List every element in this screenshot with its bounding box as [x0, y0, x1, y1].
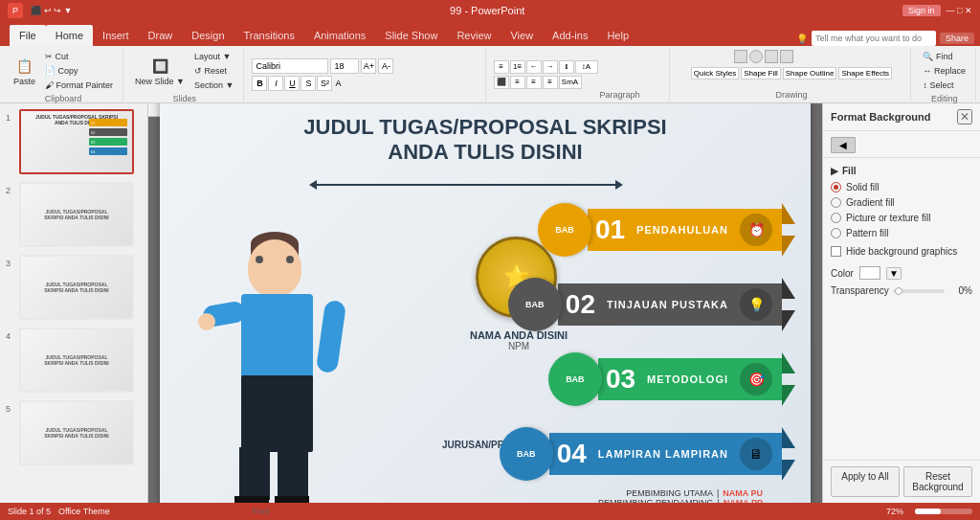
fill-section-title: ▶ Fill: [831, 166, 972, 176]
para-controls: ≡ 1≡ ← → ⫾ ↕A ⬛ ≡ ≡ ≡ SmA: [494, 60, 598, 89]
title-bar-right: Sign in — □ ✕: [902, 5, 972, 16]
panel-back-button[interactable]: ◀: [831, 137, 856, 153]
main-area: 1 JUDUL TUGAS/PROPOSAL SKRIPSIANDA TULIS…: [0, 103, 980, 503]
color-dropdown-button[interactable]: ▼: [886, 267, 902, 280]
zoom-slider[interactable]: [915, 509, 972, 514]
indent-dec-button[interactable]: ←: [526, 60, 542, 74]
text-direction-button[interactable]: ↕A: [575, 60, 598, 74]
shape-3[interactable]: [765, 50, 778, 63]
slide-canvas[interactable]: JUDUL TUGAS/PROPOSAL SKRIPSI ANDA TULIS …: [160, 103, 811, 503]
person-figure: [198, 232, 351, 504]
select-button[interactable]: ↕ Select: [919, 79, 969, 92]
arrange-button[interactable]: [780, 50, 793, 63]
picture-fill-radio[interactable]: [831, 213, 841, 223]
tab-home[interactable]: Home: [46, 25, 93, 46]
bullet-button[interactable]: ≡: [494, 60, 509, 74]
tab-animations[interactable]: Animations: [304, 25, 375, 46]
font-controls: A+ A- B I U S S² A: [252, 58, 479, 91]
share-button[interactable]: Share: [940, 33, 974, 44]
apply-to-all-button[interactable]: Apply to All: [831, 466, 900, 497]
solid-fill-radio[interactable]: [831, 182, 841, 192]
arrow-left: [309, 180, 317, 190]
slide-thumb-3[interactable]: 3 JUDUL TUGAS/PROPOSALSKRIPSI ANDA TULIS…: [4, 253, 144, 322]
shape-1[interactable]: [734, 50, 747, 63]
indent-inc-button[interactable]: →: [543, 60, 558, 74]
reset-background-button[interactable]: Reset Background: [903, 466, 972, 497]
pattern-fill-option[interactable]: Pattern fill: [831, 228, 972, 238]
justify-button[interactable]: ≡: [543, 76, 558, 89]
ribbon-group-font: A+ A- B I U S S² A Font: [246, 48, 485, 102]
tab-help[interactable]: Help: [597, 25, 638, 46]
slides-buttons: 🔲 New Slide ▼ Layout ▼ ↺ Reset Section ▼: [131, 50, 237, 92]
tab-file[interactable]: File: [10, 25, 46, 46]
shape-2[interactable]: [749, 50, 763, 63]
font-family-input[interactable]: [252, 58, 328, 74]
solid-fill-option[interactable]: Solid fill: [831, 182, 972, 192]
italic-button[interactable]: I: [268, 76, 283, 91]
tab-addins[interactable]: Add-ins: [543, 25, 597, 46]
reset-button[interactable]: ↺ Reset: [190, 64, 237, 78]
tab-view[interactable]: View: [501, 25, 543, 46]
copy-button[interactable]: 📄 Copy: [41, 64, 117, 78]
editing-label: Editing: [931, 94, 958, 103]
panel-close-button[interactable]: ✕: [957, 109, 972, 124]
tab-review[interactable]: Review: [447, 25, 501, 46]
gradient-fill-option[interactable]: Gradient fill: [831, 197, 972, 208]
tab-design[interactable]: Design: [182, 25, 234, 46]
quick-styles-button[interactable]: Quick Styles: [691, 67, 739, 79]
slide-thumb-5[interactable]: 5 JUDUL TUGAS/PROPOSALSKRIPSI ANDA TULIS…: [4, 398, 144, 467]
pembimbing-role-2: PEMBIMBING PENDAMPING: [598, 498, 714, 504]
gradient-fill-radio[interactable]: [831, 197, 841, 208]
sign-in-button[interactable]: Sign in: [902, 5, 941, 16]
panel-content: ▶ Fill Solid fill Gradient fill: [823, 158, 980, 460]
tab-draw[interactable]: Draw: [139, 25, 183, 46]
thumb-babs-1: 01 02 03 04: [89, 119, 127, 155]
transparency-slider[interactable]: [893, 289, 945, 293]
shape-outline-button[interactable]: Shape Outline: [783, 67, 837, 79]
shape-fill-button[interactable]: Shape Fill: [741, 67, 781, 79]
find-button[interactable]: 🔍 Find: [919, 50, 969, 63]
tab-insert[interactable]: Insert: [93, 25, 139, 46]
underline-button[interactable]: U: [284, 76, 300, 91]
shadow-button[interactable]: S²: [317, 76, 332, 91]
transparency-value: 0%: [948, 285, 972, 296]
pattern-fill-label: Pattern fill: [846, 228, 888, 238]
align-right-button[interactable]: ≡: [526, 76, 542, 89]
align-left-button[interactable]: ⬛: [494, 76, 509, 89]
tab-slideshow[interactable]: Slide Show: [375, 25, 447, 46]
columns-button[interactable]: ⫾: [559, 60, 574, 74]
picture-fill-option[interactable]: Picture or texture fill: [831, 213, 972, 223]
arrow-right: [615, 180, 623, 190]
font-grow-button[interactable]: A+: [361, 58, 376, 74]
align-center-button[interactable]: ≡: [510, 76, 525, 89]
replace-button[interactable]: ↔ Replace: [919, 64, 969, 78]
strikethrough-button[interactable]: S: [301, 76, 316, 91]
slide-thumb-1[interactable]: 1 JUDUL TUGAS/PROPOSAL SKRIPSIANDA TULIS…: [4, 107, 144, 176]
format-painter-button[interactable]: 🖌 Format Painter: [41, 79, 117, 92]
title-bar: P ⬛ ↩ ↪ ▼ 99 - PowerPoint Sign in — □ ✕: [0, 0, 980, 21]
gradient-fill-label: Gradient fill: [846, 197, 895, 208]
pattern-fill-radio[interactable]: [831, 228, 841, 238]
clipboard-label: Clipboard: [45, 94, 82, 103]
slide-thumb-2[interactable]: 2 JUDUL TUGAS/PROPOSALSKRIPSI ANDA TULIS…: [4, 180, 144, 249]
section-button[interactable]: Section ▼: [190, 79, 237, 92]
layout-button[interactable]: Layout ▼: [190, 50, 237, 63]
fill-section: ▶ Fill Solid fill Gradient fill: [831, 166, 972, 257]
bab-label-2: TINJAUAN PUSTAKA: [607, 299, 728, 310]
shape-effects-button[interactable]: Shape Effects: [838, 67, 892, 79]
paste-button[interactable]: 📋 Paste: [10, 54, 39, 88]
new-slide-button[interactable]: 🔲 New Slide ▼: [131, 54, 189, 88]
hide-bg-checkbox[interactable]: [831, 246, 841, 257]
font-size-input[interactable]: [330, 58, 359, 74]
numbering-button[interactable]: 1≡: [510, 60, 525, 74]
convert-smartart-button[interactable]: SmA: [559, 76, 582, 89]
font-shrink-button[interactable]: A-: [378, 58, 393, 74]
ribbon-search-input[interactable]: [812, 31, 936, 46]
tab-transitions[interactable]: Transitions: [234, 25, 304, 46]
fill-options: Solid fill Gradient fill Picture or text…: [831, 182, 972, 238]
color-swatch[interactable]: [859, 266, 880, 280]
cut-button[interactable]: ✂ Cut: [41, 50, 117, 63]
slide-title-line2: ANDA TULIS DISINI: [160, 140, 811, 165]
bold-button[interactable]: B: [252, 76, 267, 91]
slide-thumb-4[interactable]: 4 JUDUL TUGAS/PROPOSALSKRIPSI ANDA TULIS…: [4, 326, 144, 395]
